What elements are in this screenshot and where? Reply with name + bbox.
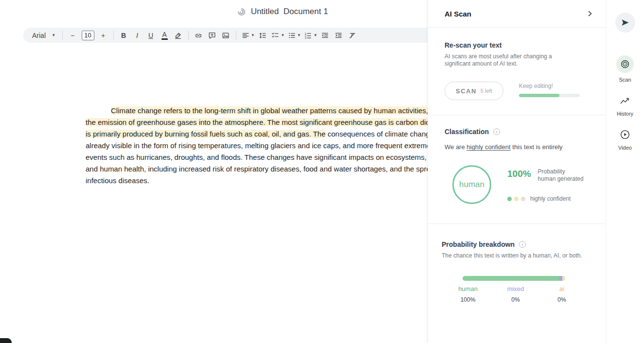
indent-icon (334, 31, 343, 40)
video-play-icon (619, 129, 631, 140)
svg-text:3: 3 (305, 36, 306, 39)
align-left-icon (241, 31, 250, 40)
info-icon[interactable]: i (493, 128, 500, 135)
breakdown-label-mixed: mixed (507, 285, 524, 292)
breakdown-heading: Probability breakdown (442, 240, 515, 248)
sidebar-label-scan: Scan (619, 77, 631, 83)
bullet-list-icon (287, 31, 296, 40)
rescan-heading: Re-scan your text (445, 41, 591, 49)
highlight-color-button[interactable] (172, 29, 185, 42)
breakdown-label-human: human (458, 285, 478, 292)
chevron-down-icon: ▾ (53, 33, 55, 37)
classification-heading: Classification (445, 128, 489, 136)
clear-formatting-button[interactable] (346, 29, 359, 42)
breakdown-value-ai: 0% (557, 296, 566, 303)
clear-formatting-icon (348, 31, 357, 40)
keep-editing-progress (519, 94, 580, 97)
checklist-button[interactable]: ▾ (269, 29, 286, 42)
numbered-list-icon: 1 2 3 (304, 31, 312, 40)
history-chart-icon (619, 95, 631, 106)
underline-button[interactable]: U (144, 29, 158, 42)
breakdown-human-column: human 100% (458, 285, 478, 303)
probability-breakdown-section: Probability breakdown i The chance this … (428, 224, 606, 324)
badge-label: human (459, 180, 484, 189)
sidebar-item-scan[interactable]: Scan (616, 55, 634, 83)
history-icon-wrap (616, 94, 634, 107)
font-size-input[interactable]: 10 (82, 31, 94, 40)
bullet-list-button[interactable]: ▾ (286, 29, 302, 42)
sidebar-item-history[interactable]: History (616, 94, 634, 117)
classification-section: Classification i We are highly confident… (428, 115, 606, 224)
chevron-down-icon: ▾ (314, 33, 317, 37)
chevron-down-icon: ▾ (298, 33, 301, 37)
confidence-dots (507, 197, 525, 201)
collapse-panel-button[interactable] (586, 10, 594, 17)
brand-send-button[interactable] (615, 13, 635, 33)
chevron-right-icon (586, 10, 594, 17)
scan-target-icon (620, 59, 630, 69)
increase-font-size-button[interactable]: + (97, 29, 110, 42)
breakdown-ai-column: ai 0% (557, 285, 566, 303)
comment-add-icon (208, 31, 216, 40)
highlighter-icon (174, 31, 182, 40)
checklist-icon (271, 31, 280, 40)
toolbar-divider (236, 31, 236, 40)
app-logo-icon (237, 7, 246, 17)
classification-badge: human (452, 165, 491, 204)
insert-image-button[interactable] (219, 29, 233, 42)
outdent-icon (321, 31, 329, 40)
breakdown-label-ai: ai (557, 285, 566, 292)
classification-statement: We are highly confident this text is ent… (445, 143, 591, 151)
document-title[interactable]: Untitled Document 1 (251, 7, 328, 17)
chevron-down-icon: ▾ (282, 33, 284, 37)
toolbar-divider (188, 31, 189, 40)
increase-indent-button[interactable] (332, 29, 345, 42)
chevron-down-icon: ▾ (252, 33, 254, 37)
send-icon (620, 18, 630, 28)
rescan-section: Re-scan your text AI scans are most usef… (428, 28, 606, 115)
toolbar-divider (113, 31, 114, 40)
scan-button[interactable]: SCAN 5 left (445, 82, 503, 100)
breakdown-description: The chance this text is written by a hum… (442, 252, 591, 259)
breakdown-bar (463, 276, 565, 281)
keep-editing-progress-fill (519, 94, 560, 97)
sidebar-label-video: Video (618, 145, 632, 151)
info-icon[interactable]: i (519, 241, 526, 248)
add-comment-button[interactable] (206, 29, 219, 42)
statement-prefix: We are (445, 143, 465, 151)
italic-button[interactable]: I (131, 29, 144, 42)
align-button[interactable]: ▾ (240, 29, 256, 42)
bottom-left-cut-element (0, 338, 12, 343)
text-color-icon: A (161, 31, 168, 40)
link-icon (194, 31, 203, 40)
document-text[interactable]: Climate change refers to the long-term s… (86, 105, 470, 187)
toolbar-divider (62, 31, 63, 40)
probability-percent-label: Probability human generated (538, 168, 584, 183)
probability-percent: 100% (507, 168, 531, 178)
numbered-list-button[interactable]: 1 2 3 ▾ (302, 29, 318, 42)
confidence-label: highly confident (530, 195, 571, 202)
rescan-description: AI scans are most useful after changing … (445, 53, 569, 67)
highly-confident-link[interactable]: highly confident (466, 143, 510, 151)
keep-editing-label: Keep editing! (519, 83, 580, 89)
panel-title: AI Scan (445, 10, 471, 18)
confidence-dot-pink (521, 197, 525, 201)
ai-scan-panel-header: AI Scan (428, 0, 606, 28)
scan-button-label: SCAN (456, 87, 477, 95)
insert-link-button[interactable] (192, 29, 205, 42)
line-spacing-button[interactable] (256, 29, 269, 42)
text-color-button[interactable]: A (158, 29, 171, 42)
breakdown-mixed-column: mixed 0% (507, 285, 524, 303)
font-family-select[interactable]: Arial ▾ (28, 29, 59, 42)
line-spacing-icon (258, 31, 267, 40)
sidebar-item-video[interactable]: Video (616, 128, 634, 151)
statement-suffix: this text is entirely (512, 143, 562, 151)
decrease-font-size-button[interactable]: − (66, 29, 79, 42)
decrease-indent-button[interactable] (319, 29, 332, 42)
breakdown-segment-mixed (559, 276, 562, 281)
scan-icon-wrap (616, 55, 634, 73)
bold-button[interactable]: B (117, 29, 130, 42)
breakdown-segment-human (463, 276, 559, 281)
right-sidebar: Scan History Video (606, 0, 644, 343)
font-family-value: Arial (32, 32, 46, 39)
